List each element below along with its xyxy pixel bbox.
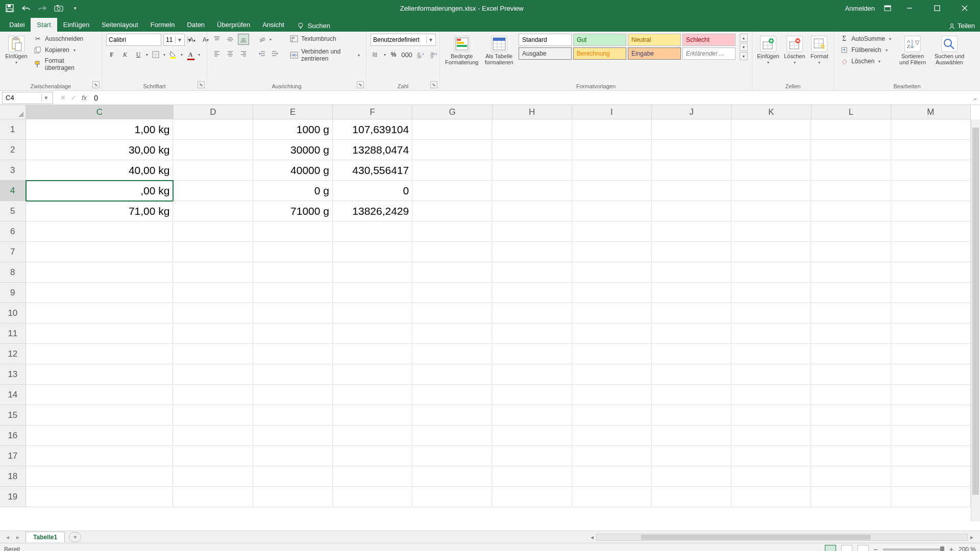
cell-H1[interactable] [492, 119, 572, 140]
format-painter-button[interactable]: Format übertragen [32, 56, 97, 72]
delete-cells-button[interactable]: Löschen▾ [783, 34, 806, 67]
cell-L16[interactable] [811, 425, 891, 446]
font-size-combo[interactable]: ▾ [163, 34, 185, 46]
cell-H7[interactable] [492, 242, 572, 262]
cell-J9[interactable] [652, 283, 731, 303]
copy-button[interactable]: Kopieren▾ [32, 45, 97, 55]
column-header-E[interactable]: E [253, 105, 333, 119]
cell-styles-gallery[interactable]: StandardGutNeutralSchlechtAusgabeBerechn… [519, 34, 736, 60]
dialog-launcher[interactable]: ⬊ [430, 81, 437, 88]
cell-M12[interactable] [891, 344, 971, 364]
row-header-11[interactable]: 11 [0, 323, 26, 344]
redo-icon[interactable] [37, 3, 48, 14]
cell-C15[interactable] [26, 405, 174, 425]
cell-L18[interactable] [811, 466, 891, 487]
align-middle-button[interactable] [225, 34, 236, 45]
cell-I3[interactable] [572, 160, 652, 181]
cell-style-neutral[interactable]: Neutral [628, 34, 681, 46]
cell-J16[interactable] [652, 425, 731, 446]
wrap-text-button[interactable]: abcTextumbruch [288, 34, 362, 44]
increase-decimal-button[interactable]: ,0,00 [414, 49, 426, 60]
cell-I5[interactable] [572, 201, 652, 221]
worksheet-grid[interactable]: CDEFGHIJKLM 11,00 kg1000 g107,639104230,… [0, 105, 980, 531]
cell-D19[interactable] [173, 487, 253, 507]
fx-icon[interactable]: fx [82, 94, 91, 102]
cell-L9[interactable] [811, 283, 891, 303]
number-format-input[interactable] [371, 36, 426, 43]
align-center-button[interactable] [225, 48, 236, 59]
undo-icon[interactable] [20, 3, 32, 14]
cell-F4[interactable]: 0 [333, 181, 412, 201]
cell-G17[interactable] [412, 446, 492, 466]
cell-C10[interactable] [26, 303, 174, 323]
close-button[interactable] [955, 1, 974, 16]
cell-K11[interactable] [731, 323, 811, 344]
grow-font-button[interactable]: A▴ [187, 34, 198, 45]
column-header-F[interactable]: F [333, 105, 412, 119]
row-header-5[interactable]: 5 [0, 201, 26, 221]
cell-E19[interactable] [253, 487, 333, 507]
cell-G19[interactable] [412, 487, 492, 507]
cell-G2[interactable] [412, 140, 492, 160]
cell-I8[interactable] [572, 262, 652, 283]
cell-M10[interactable] [891, 303, 971, 323]
cell-I14[interactable] [572, 385, 652, 405]
cell-H18[interactable] [492, 466, 572, 487]
row-header-13[interactable]: 13 [0, 364, 26, 385]
cell-M4[interactable] [891, 181, 971, 201]
cell-C9[interactable] [26, 283, 174, 303]
maximize-button[interactable] [928, 1, 946, 16]
cell-H14[interactable] [492, 385, 572, 405]
formula-input[interactable]: 0 [91, 94, 970, 102]
tab-ansicht[interactable]: Ansicht [256, 18, 290, 32]
tab-überprüfen[interactable]: Überprüfen [211, 18, 256, 32]
decrease-indent-button[interactable] [256, 48, 267, 59]
cell-K5[interactable] [731, 201, 811, 221]
cell-J6[interactable] [652, 221, 731, 242]
row-header-14[interactable]: 14 [0, 385, 26, 405]
camera-icon[interactable] [53, 3, 64, 14]
ribbon-display-icon[interactable] [884, 5, 891, 11]
tab-seitenlayout[interactable]: Seitenlayout [95, 18, 144, 32]
cell-L3[interactable] [811, 160, 891, 181]
cell-style-ausgabe[interactable]: Ausgabe [519, 47, 572, 60]
cell-G15[interactable] [412, 405, 492, 425]
cell-J7[interactable] [652, 242, 731, 262]
row-header-18[interactable]: 18 [0, 466, 26, 487]
cell-E11[interactable] [253, 323, 333, 344]
cell-J5[interactable] [652, 201, 731, 221]
cell-F2[interactable]: 13288,0474 [333, 140, 412, 160]
cell-C11[interactable] [26, 323, 174, 344]
cell-K13[interactable] [731, 364, 811, 385]
cell-G4[interactable] [412, 181, 492, 201]
cell-H8[interactable] [492, 262, 572, 283]
cell-H19[interactable] [492, 487, 572, 507]
cell-G9[interactable] [412, 283, 492, 303]
tab-datei[interactable]: Datei [3, 18, 31, 32]
cell-E10[interactable] [253, 303, 333, 323]
cell-E5[interactable]: 71000 g [253, 201, 333, 221]
cell-F17[interactable] [333, 446, 412, 466]
page-layout-view-button[interactable] [841, 545, 852, 552]
row-header-2[interactable]: 2 [0, 140, 26, 160]
page-break-view-button[interactable] [857, 545, 869, 552]
cell-I17[interactable] [572, 446, 652, 466]
cell-C17[interactable] [26, 446, 174, 466]
cell-E7[interactable] [253, 242, 333, 262]
cell-C6[interactable] [26, 221, 174, 242]
cell-C13[interactable] [26, 364, 174, 385]
merge-center-button[interactable]: Verbinden und zentrieren▾ [288, 47, 362, 63]
row-header-15[interactable]: 15 [0, 405, 26, 425]
cell-G7[interactable] [412, 242, 492, 262]
sheet-tab[interactable]: Tabelle1 [26, 532, 65, 542]
font-size-input[interactable] [164, 36, 175, 43]
cell-L2[interactable] [811, 140, 891, 160]
cell-C2[interactable]: 30,00 kg [26, 140, 174, 160]
cell-I6[interactable] [572, 221, 652, 242]
cell-I9[interactable] [572, 283, 652, 303]
cell-M5[interactable] [891, 201, 971, 221]
cell-J4[interactable] [652, 181, 731, 201]
cell-M14[interactable] [891, 385, 971, 405]
qat-customize-icon[interactable]: ▾ [69, 3, 81, 14]
chevron-down-icon[interactable]: ▾ [41, 94, 51, 102]
